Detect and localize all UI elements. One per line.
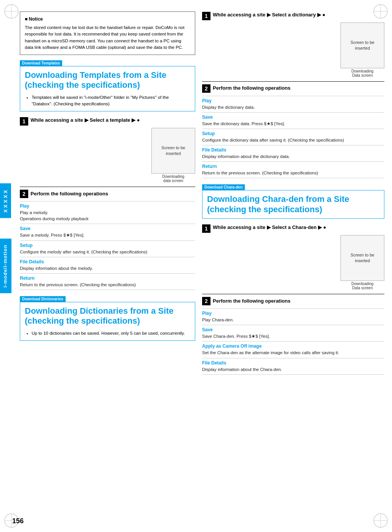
dict-screen-wrap: Screen to beinserted DownloadingData scr… — [341, 23, 384, 77]
templates-step2: 2 Perform the following operations Play … — [20, 187, 195, 290]
dict-step1-text: While accessing a site ▶ Select a dictio… — [213, 11, 325, 18]
section-templates-title-area: Downloading Templates from a Site (check… — [20, 66, 195, 94]
dict-step2: 2 Perform the following operations Play … — [202, 81, 384, 178]
templates-op-play-title: Play — [20, 203, 195, 209]
chara-screen-wrap: Screen to beinserted DownloadingData scr… — [341, 235, 384, 290]
chara-step1: 1 While accessing a site ▶ Select a Char… — [202, 224, 384, 290]
dict-op-filedetails: File Details Display information about t… — [202, 145, 384, 161]
dict-step1-header: 1 While accessing a site ▶ Select a dict… — [202, 11, 384, 20]
left-column: ■ Notice The stored content may be lost … — [20, 11, 195, 379]
templates-op-setup: Setup Configure the melody after saving … — [20, 240, 195, 257]
dict-op-save: Save Save the dictionary data. Press $★$… — [202, 112, 384, 129]
dict-op-play-desc: Display the dictionary data. — [202, 104, 384, 110]
corner-br-decoration — [373, 513, 388, 528]
templates-screen-placeholder: Screen to beinserted — [151, 128, 195, 174]
section-templates-body: Templates will be saved in "i-mode/Other… — [20, 94, 195, 111]
dict-op-play: Play Display the dictionary data. — [202, 96, 384, 112]
templates-step1-header: 1 While accessing a site ▶ Select a temp… — [20, 117, 195, 126]
dict-op-return-title: Return — [202, 164, 384, 169]
chara-step2-num: 2 — [202, 297, 210, 305]
templates-screen-wrap: Screen to beinserted Downloadingdata scr… — [151, 128, 195, 183]
templates-step2-num: 2 — [20, 190, 28, 198]
chara-op-cameraoff-title: Apply as Camera Off image — [202, 343, 384, 349]
templates-op-save-desc: Save a melody. Press $★$ [Yes]. — [20, 232, 195, 238]
main-layout: ■ Notice The stored content may be lost … — [20, 11, 384, 379]
side-tab: i-mode/i-motion — [0, 239, 11, 293]
dict-step2-num: 2 — [202, 84, 210, 93]
section-dictionaries-bullet: Up to 10 dictionaries can be saved. Howe… — [32, 331, 185, 335]
templates-op-filedetails-title: File Details — [20, 259, 195, 264]
dict-op-filedetails-title: File Details — [202, 147, 384, 153]
chara-screen-container: Screen to beinserted DownloadingData scr… — [202, 235, 384, 290]
chara-op-cameraoff: Apply as Camera Off image Set the Chara-… — [202, 341, 384, 358]
side-xxxxx-label: XXXXX — [0, 183, 11, 218]
section-dictionaries-block: Downloading Dictionaries from a Site (ch… — [20, 302, 195, 341]
section-dictionaries-banner: Download Dictionaries — [20, 296, 66, 302]
templates-op-return-desc: Return to the previous screen. (Checking… — [20, 282, 195, 288]
dict-op-filedetails-desc: Display information about the dictionary… — [202, 153, 384, 160]
chara-screen-label: DownloadingData screen — [352, 282, 374, 290]
notice-title: ■ Notice — [25, 16, 190, 23]
dict-screen-placeholder: Screen to beinserted — [341, 23, 384, 68]
notice-body: The stored content may be lost due to th… — [25, 24, 190, 51]
section-chara: Download Chara-den Downloading Chara-den… — [202, 184, 384, 219]
section-templates-title: Downloading Templates from a Site (check… — [25, 70, 190, 90]
corner-tl-decoration — [4, 4, 19, 19]
chara-screen-placeholder: Screen to beinserted — [341, 235, 384, 281]
templates-op-filedetails-desc: Display information about the melody. — [20, 265, 195, 271]
templates-op-play: Play Play a melody.Operations during mel… — [20, 201, 195, 224]
chara-op-play: Play Play Chara-den. — [202, 308, 384, 325]
templates-step1-num: 1 — [20, 117, 28, 126]
chara-op-save: Save Save Chara-den. Press $★$ [Yes]. — [202, 325, 384, 341]
dict-op-return-desc: Return to the previous screen. (Checking… — [202, 170, 384, 176]
section-chara-title: Downloading Chara-den from a Site (check… — [207, 194, 379, 214]
chara-step2: 2 Perform the following operations Play … — [202, 294, 384, 374]
templates-screen-label: Downloadingdata screen — [162, 174, 185, 183]
templates-step1-text: While accessing a site ▶ Select a templa… — [31, 117, 140, 124]
right-column: 1 While accessing a site ▶ Select a dict… — [202, 11, 384, 379]
dict-operations: Play Display the dictionary data. Save S… — [202, 96, 384, 178]
dict-op-save-title: Save — [202, 114, 384, 120]
dict-screen-container: Screen to beinserted DownloadingData scr… — [202, 23, 384, 77]
dict-op-setup: Setup Configure the dictionary data afte… — [202, 129, 384, 145]
chara-step2-text: Perform the following operations — [213, 298, 291, 305]
dict-step2-header: 2 Perform the following operations — [202, 81, 384, 93]
chara-step2-header: 2 Perform the following operations — [202, 294, 384, 305]
side-xxxxx-text: XXXXX — [3, 189, 8, 213]
chara-step1-num: 1 — [202, 224, 210, 233]
dict-screen-label: DownloadingData screen — [352, 69, 374, 77]
templates-op-return-title: Return — [20, 276, 195, 281]
chara-step1-header: 1 While accessing a site ▶ Select a Char… — [202, 224, 384, 233]
side-tab-label: i-mode/i-motion — [2, 245, 8, 288]
section-chara-banner: Download Chara-den — [202, 184, 245, 190]
templates-op-setup-title: Setup — [20, 243, 195, 248]
section-dictionaries-title-area: Downloading Dictionaries from a Site (ch… — [20, 302, 195, 330]
chara-op-filedetails: File Details Display information about t… — [202, 358, 384, 375]
page-number: 156 — [12, 517, 24, 525]
templates-op-return: Return Return to the previous screen. (C… — [20, 273, 195, 290]
section-chara-title-area: Downloading Chara-den from a Site (check… — [202, 190, 384, 218]
templates-op-filedetails: File Details Display information about t… — [20, 257, 195, 273]
templates-screen-container: Screen to beinserted Downloadingdata scr… — [20, 128, 195, 183]
section-templates-block: Downloading Templates from a Site (check… — [20, 66, 195, 111]
section-chara-block: Downloading Chara-den from a Site (check… — [202, 190, 384, 219]
templates-op-save-title: Save — [20, 226, 195, 231]
templates-op-setup-desc: Configure the melody after saving it. (C… — [20, 249, 195, 255]
chara-op-filedetails-desc: Display information about the Chara-den. — [202, 366, 384, 372]
chara-op-save-desc: Save Chara-den. Press $★$ [Yes]. — [202, 333, 384, 339]
templates-op-play-desc: Play a melody.Operations during melody p… — [20, 210, 195, 222]
chara-op-save-title: Save — [202, 327, 384, 332]
templates-operations: Play Play a melody.Operations during mel… — [20, 201, 195, 290]
dict-step2-text: Perform the following operations — [213, 85, 291, 92]
chara-op-play-title: Play — [202, 311, 384, 316]
corner-tr-decoration — [373, 4, 388, 19]
templates-step1: 1 While accessing a site ▶ Select a temp… — [20, 117, 195, 183]
chara-op-cameraoff-desc: Set the Chara-den as the alternate image… — [202, 350, 384, 356]
chara-step1-text: While accessing a site ▶ Select a Chara-… — [213, 224, 326, 231]
dict-op-save-desc: Save the dictionary data. Press $★$ [Yes… — [202, 121, 384, 127]
dict-op-setup-title: Setup — [202, 131, 384, 136]
dict-op-play-title: Play — [202, 98, 384, 103]
chara-op-filedetails-title: File Details — [202, 360, 384, 366]
dict-op-return: Return Return to the previous screen. (C… — [202, 161, 384, 178]
dict-step1-num: 1 — [202, 12, 210, 20]
